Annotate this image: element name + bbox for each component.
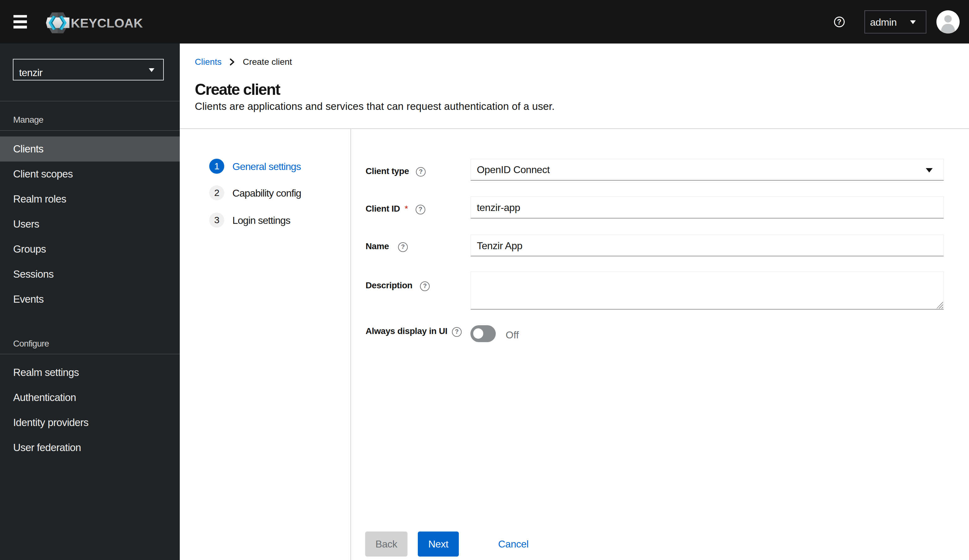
svg-text:KEYCLOAK: KEYCLOAK [71, 16, 143, 30]
